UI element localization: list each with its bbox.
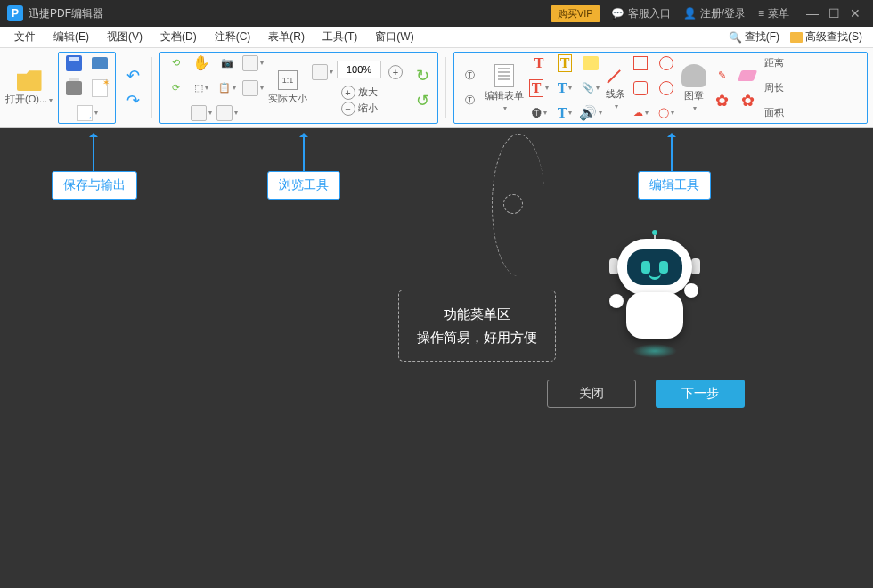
redo-icon: ↷ xyxy=(126,91,140,110)
pencil-button[interactable]: ✎ xyxy=(710,64,733,87)
puzzle2-icon: ✿ xyxy=(741,91,755,110)
rotate-cw-icon: ↻ xyxy=(416,66,429,86)
redo-button[interactable]: ↷ xyxy=(121,89,144,112)
zoom-input[interactable] xyxy=(337,61,381,78)
puzzle1-button[interactable]: ✿ xyxy=(710,89,733,112)
sticky-note-button[interactable] xyxy=(579,52,602,75)
page-layout-button[interactable] xyxy=(241,77,265,100)
text-select2-icon: Ⓣ xyxy=(465,94,475,107)
menu-view[interactable]: 视图(V) xyxy=(98,29,151,45)
camera-icon: 📷 xyxy=(221,57,233,69)
zoom-in-button[interactable]: + 放大 xyxy=(341,86,378,100)
attach-button[interactable]: 📎 xyxy=(579,77,602,100)
menu-comment[interactable]: 注释(C) xyxy=(206,29,260,45)
perimeter-button[interactable]: 周长 xyxy=(763,77,786,100)
arrow-left-icon: ⟲ xyxy=(172,57,180,69)
fit-icon xyxy=(312,64,328,80)
highlight-button[interactable]: T xyxy=(553,77,576,100)
undo-button[interactable]: ↶ xyxy=(121,64,144,87)
export-button[interactable] xyxy=(76,102,99,125)
eraser-icon xyxy=(738,70,757,81)
callout-edit-tools: 编辑工具 xyxy=(638,171,711,200)
close-window-button[interactable]: ✕ xyxy=(844,6,866,20)
menu-file[interactable]: 文件 xyxy=(5,29,45,45)
shape-penta-button[interactable] xyxy=(655,77,678,100)
browse-tools-group: ⟲ ✋ 📷 ⟳ ⬚ 📋 1:1 实际大小 + xyxy=(159,52,438,124)
print-button[interactable] xyxy=(62,77,86,100)
shape-hex-button[interactable] xyxy=(629,77,652,100)
edit-form-button[interactable]: 编辑表单 xyxy=(485,64,524,112)
sticky-note-icon xyxy=(583,56,599,70)
title-bar: P 迅捷PDF编辑器 购买VIP 💬客服入口 👤注册/登录 ≡菜单 ― ☐ ✕ xyxy=(0,0,873,27)
save-icon xyxy=(66,55,82,71)
prev-view-button[interactable]: ⟲ xyxy=(164,52,187,75)
page-display-button[interactable] xyxy=(241,52,265,75)
shape-blob-button[interactable]: ◯ xyxy=(655,102,678,125)
text-c-icon: T xyxy=(529,79,544,97)
zoom-step-in-button[interactable]: + xyxy=(384,61,407,84)
text-tool-b-button[interactable]: T xyxy=(553,52,576,75)
text-a-icon: T xyxy=(534,55,544,71)
select-tool-button[interactable]: ⬚ xyxy=(190,77,213,100)
minimize-button[interactable]: ― xyxy=(802,6,823,20)
text-select-button[interactable]: Ⓣ xyxy=(458,64,481,87)
print-icon xyxy=(66,81,82,95)
text-tool-e-button[interactable]: T xyxy=(553,102,576,125)
text-select2-button[interactable]: Ⓣ xyxy=(458,89,481,112)
more-browse2-button[interactable] xyxy=(216,102,239,125)
shape-rect-button[interactable] xyxy=(629,52,652,75)
distance-button[interactable]: 距离 xyxy=(763,52,786,75)
next-view-button[interactable]: ⟳ xyxy=(164,77,187,100)
guide-next-button[interactable]: 下一步 xyxy=(656,380,745,408)
folder-open-icon xyxy=(17,69,42,91)
find-button[interactable]: 🔍 查找(F) xyxy=(723,29,785,45)
zoom-in-icon: + xyxy=(341,86,355,100)
text-tool-c-button[interactable]: T xyxy=(527,77,551,100)
shape-circle-button[interactable] xyxy=(655,52,678,75)
text-select-icon: Ⓣ xyxy=(465,69,475,82)
menu-form[interactable]: 表单(R) xyxy=(259,29,314,45)
menu-window[interactable]: 窗口(W) xyxy=(366,29,422,45)
clipboard-button[interactable]: 📋 xyxy=(216,77,239,100)
menu-document[interactable]: 文档(D) xyxy=(151,29,206,45)
login-link[interactable]: 👤注册/登录 xyxy=(683,6,746,21)
save-output-group xyxy=(58,52,116,124)
more-browse-button[interactable] xyxy=(190,102,213,125)
snapshot-button[interactable]: 📷 xyxy=(216,52,239,75)
text-tool-d-button[interactable]: 🅣 xyxy=(527,102,551,125)
advanced-find-button[interactable]: 高级查找(S) xyxy=(785,29,868,45)
maximize-button[interactable]: ☐ xyxy=(823,6,844,20)
hex-icon xyxy=(633,81,648,95)
blob-icon: ◯ xyxy=(658,107,669,118)
buy-vip-button[interactable]: 购买VIP xyxy=(551,5,600,22)
zoom-out-button[interactable]: − 缩小 xyxy=(341,102,378,116)
text-tool-a-button[interactable]: T xyxy=(527,52,551,75)
highlight-icon: T xyxy=(558,80,567,96)
area-button[interactable]: 面积 xyxy=(763,102,786,125)
lines-button[interactable]: 线条 xyxy=(606,66,625,110)
audio-button[interactable]: 🔊 xyxy=(579,102,602,125)
one-to-one-icon: 1:1 xyxy=(278,70,298,90)
fit-option-button[interactable] xyxy=(311,61,334,84)
support-link[interactable]: 💬客服入口 xyxy=(611,6,671,21)
save-button[interactable] xyxy=(62,52,86,75)
hand-tool-button[interactable]: ✋ xyxy=(190,52,213,75)
plus-circle-icon: + xyxy=(388,65,403,79)
puzzle2-button[interactable]: ✿ xyxy=(736,89,759,112)
refresh-cw-button[interactable]: ↻ xyxy=(411,64,434,87)
actual-size-button[interactable]: 1:1 实际大小 xyxy=(268,70,307,105)
open-button[interactable]: 打开(O)... xyxy=(5,52,53,124)
menu-edit[interactable]: 编辑(E) xyxy=(45,29,98,45)
cursor-icon: ⬚ xyxy=(194,82,203,94)
guide-close-button[interactable]: 关闭 xyxy=(547,380,636,408)
refresh-ccw-button[interactable]: ↺ xyxy=(411,89,434,112)
menu-tools[interactable]: 工具(T) xyxy=(314,29,366,45)
eraser-button[interactable] xyxy=(736,64,759,87)
new-doc-button[interactable] xyxy=(88,77,111,100)
shape-cloud-button[interactable]: ☁ xyxy=(629,102,652,125)
stamp-button[interactable]: 图章 xyxy=(681,64,706,112)
main-menu-button[interactable]: ≡菜单 xyxy=(758,6,789,21)
sound-icon: 🔊 xyxy=(579,104,597,121)
scan-button[interactable] xyxy=(88,52,111,75)
text-b-icon: T xyxy=(558,54,573,72)
